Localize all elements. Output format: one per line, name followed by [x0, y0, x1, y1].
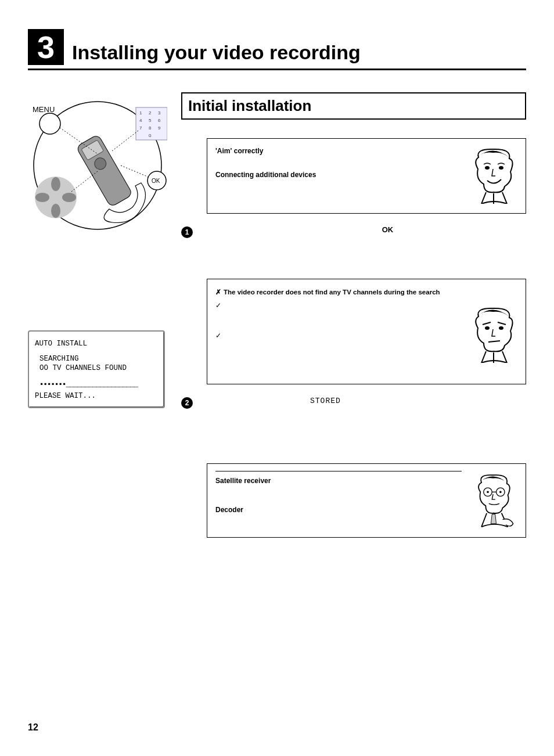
menu-label: MENU [33, 105, 55, 114]
svg-point-26 [485, 166, 490, 170]
svg-text:0: 0 [149, 133, 152, 138]
face-icon [470, 146, 517, 204]
ok-key-label: OK [382, 225, 394, 234]
svg-point-15 [51, 177, 60, 191]
stored-label: STORED [310, 397, 341, 405]
tip-heading-aim: 'Aim' correctly [215, 146, 461, 157]
osd-screen: AUTO INSTALL SEARCHING OO TV CHANNELS FO… [28, 330, 165, 408]
chapter-header: 3 Installing your video recording [28, 29, 526, 65]
svg-point-16 [51, 204, 60, 218]
chapter-number-box: 3 [28, 29, 64, 65]
svg-line-24 [121, 165, 149, 177]
svg-text:9: 9 [158, 125, 161, 131]
osd-line-found: OO TV CHANNELS FOUND [35, 364, 158, 372]
osd-line-searching: SEARCHING [35, 355, 158, 363]
step-1-bullet: 1 [181, 226, 193, 238]
check-icon: ✓ [215, 331, 222, 341]
page-number: 12 [28, 722, 38, 733]
step-1: 1 .OK [181, 225, 526, 238]
info-sat-receiver: Satellite receiver [215, 477, 271, 485]
header-rule [28, 69, 526, 70]
svg-point-1 [39, 113, 60, 134]
tip-heading-connecting: Connecting additional devices [215, 170, 461, 181]
info-box: Satellite receiver Decoder [207, 463, 526, 538]
svg-point-17 [35, 193, 49, 202]
svg-point-18 [62, 193, 76, 202]
svg-text:1: 1 [139, 110, 142, 116]
info-decoder: Decoder [215, 506, 243, 514]
troubleshoot-box: ✗ The video recorder does not find any T… [207, 279, 526, 384]
svg-text:6: 6 [158, 118, 161, 123]
check-icon: ✓ [215, 301, 222, 311]
svg-point-28 [485, 326, 490, 330]
section-title: Initial installation [181, 92, 526, 120]
svg-text:8: 8 [149, 125, 152, 131]
svg-point-33 [487, 491, 489, 493]
osd-wait: PLEASE WAIT... [35, 392, 158, 400]
osd-progress-bar: ▪▪▪▪▪▪▪___________________ [35, 380, 158, 388]
svg-point-29 [499, 326, 503, 330]
tip-box-aim: 'Aim' correctly Connecting additional de… [207, 138, 526, 214]
step-2: 2 STORED [181, 396, 526, 409]
face-concerned-icon [470, 305, 517, 363]
face-glasses-icon [470, 471, 517, 529]
svg-text:7: 7 [139, 125, 142, 131]
svg-text:4: 4 [139, 118, 142, 123]
ok-label: OK [152, 178, 160, 184]
chapter-title: Installing your video recording [72, 41, 361, 65]
step-2-bullet: 2 [181, 397, 193, 409]
osd-title: AUTO INSTALL [35, 340, 158, 348]
svg-point-34 [499, 491, 502, 493]
svg-text:2: 2 [149, 110, 152, 116]
svg-text:3: 3 [158, 110, 161, 116]
trouble-heading: The video recorder does not find any TV … [224, 287, 440, 297]
remote-illustration: MENU 123 456 789 0 OK [28, 96, 167, 235]
svg-text:5: 5 [149, 118, 152, 123]
svg-point-27 [499, 166, 503, 170]
svg-line-23 [112, 131, 138, 151]
